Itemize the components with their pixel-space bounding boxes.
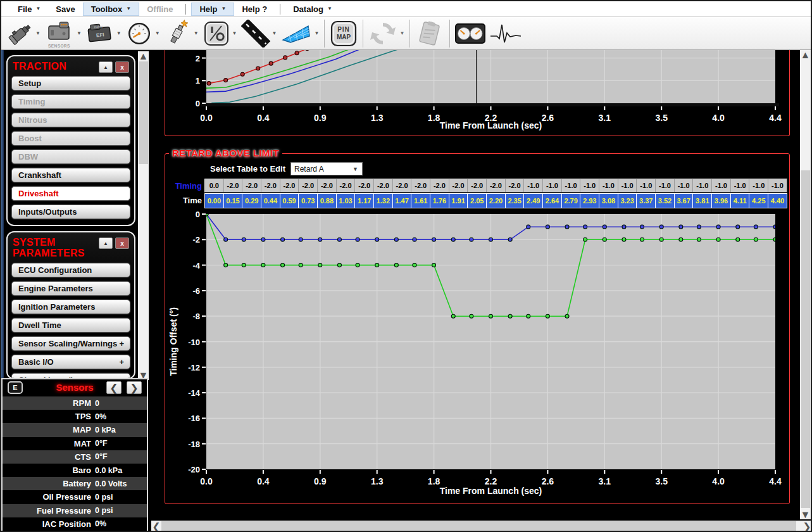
table-cell[interactable]: -2.0: [337, 179, 356, 192]
main-horizontal-scrollbar-thumb[interactable]: [161, 521, 796, 531]
gauge-cluster-toolbar-button[interactable]: [453, 19, 487, 48]
table-cell[interactable]: 0.44: [261, 194, 280, 208]
table-cell[interactable]: 0.73: [299, 194, 318, 208]
table-cell[interactable]: -2.0: [449, 179, 468, 192]
table-cell[interactable]: 1.91: [449, 194, 468, 208]
sensors-prev-button[interactable]: ❮: [106, 381, 122, 394]
main-scroll-right-icon[interactable]: ❯: [802, 521, 812, 532]
table-cell[interactable]: -2.0: [299, 179, 318, 192]
table-cell[interactable]: -2.0: [468, 179, 487, 192]
table-cell[interactable]: -2.0: [487, 179, 506, 192]
chevron-down-icon[interactable]: ▼: [155, 30, 160, 36]
table-cell[interactable]: 2.93: [580, 194, 599, 208]
table-cell[interactable]: -1.0: [749, 179, 768, 192]
sidebar-button-inputs-outputs[interactable]: Inputs/Outputs: [11, 205, 130, 219]
menu-item-help[interactable]: Help ?: [234, 3, 275, 16]
menu-item-file[interactable]: File▼: [10, 3, 48, 16]
chevron-down-icon[interactable]: ▼: [232, 30, 237, 36]
fuel-map-mesh-toolbar-button[interactable]: ▼: [278, 19, 321, 48]
table-cell[interactable]: -1.0: [524, 179, 543, 192]
table-cell[interactable]: 0.29: [242, 194, 261, 208]
chevron-down-icon[interactable]: ▼: [194, 30, 199, 36]
table-cell[interactable]: -1.0: [768, 179, 787, 192]
table-cell[interactable]: -2.0: [411, 179, 430, 192]
gauge-toolbar-button[interactable]: ▼: [123, 19, 162, 48]
traction-close-button[interactable]: x: [115, 61, 129, 73]
table-cell[interactable]: 1.47: [393, 194, 412, 208]
table-cell[interactable]: 4.25: [749, 194, 768, 208]
table-cell[interactable]: 3.52: [656, 194, 675, 208]
table-cell[interactable]: -2.0: [318, 179, 337, 192]
sensors-next-button[interactable]: ❯: [127, 381, 142, 394]
chevron-down-icon[interactable]: ▼: [116, 30, 122, 36]
table-cell[interactable]: 0.0: [205, 179, 224, 192]
chevron-down-icon[interactable]: ▼: [272, 30, 277, 36]
sidebar-button-basic-i-o[interactable]: Basic I/O+: [11, 355, 130, 369]
limit-chart[interactable]: 0120.00.40.91.31.82.22.63.13.54.04.4: [181, 50, 780, 125]
sidebar-scroll-up-icon[interactable]: ▲: [138, 51, 149, 61]
table-cell[interactable]: -2.0: [393, 179, 412, 192]
table-cell[interactable]: -2.0: [224, 179, 243, 192]
menu-item-help[interactable]: Help▼: [191, 3, 234, 16]
menu-item-datalog[interactable]: Datalog▼: [285, 3, 340, 16]
table-cell[interactable]: -1.0: [675, 179, 694, 192]
table-cell[interactable]: -1.0: [693, 179, 712, 192]
table-cell[interactable]: -1.0: [731, 179, 750, 192]
table-cell[interactable]: 2.49: [524, 194, 543, 208]
table-cell[interactable]: -1.0: [543, 179, 562, 192]
table-cell[interactable]: 0.15: [224, 194, 243, 208]
table-cell[interactable]: 3.96: [712, 194, 731, 208]
table-cell[interactable]: 2.64: [543, 194, 562, 208]
holley-efi-toolbar-button[interactable]: HolleyEFI▼: [84, 19, 123, 48]
table-cell[interactable]: 2.79: [562, 194, 581, 208]
table-cell[interactable]: 2.05: [468, 194, 487, 208]
table-cell[interactable]: 1.61: [411, 194, 430, 208]
table-select-dropdown[interactable]: Retard A ▼: [290, 162, 363, 175]
io-toolbar-button[interactable]: ▼: [201, 19, 239, 48]
system-collapse-button[interactable]: ▲: [99, 238, 113, 249]
main-horizontal-scrollbar[interactable]: ❮ ❯: [151, 521, 812, 532]
table-cell[interactable]: -1.0: [599, 179, 618, 192]
table-cell[interactable]: 1.03: [337, 194, 356, 208]
table-cell[interactable]: 1.17: [355, 194, 374, 208]
chevron-down-icon[interactable]: ▼: [77, 30, 82, 36]
table-cell[interactable]: 4.11: [731, 194, 750, 208]
waveform-toolbar-button[interactable]: [487, 19, 524, 48]
main-vertical-scrollbar-thumb[interactable]: [801, 170, 810, 508]
table-cell[interactable]: 0.88: [318, 194, 337, 208]
table-cell[interactable]: -2.0: [355, 179, 374, 192]
table-cell[interactable]: 4.40: [768, 194, 787, 208]
table-cell[interactable]: 2.20: [487, 194, 506, 208]
table-cell[interactable]: -1.0: [637, 179, 656, 192]
table-cell[interactable]: -1.0: [562, 179, 581, 192]
table-cell[interactable]: -2.0: [430, 179, 449, 192]
main-scroll-down-icon[interactable]: ▼: [800, 510, 811, 519]
table-cell[interactable]: -2.0: [374, 179, 393, 192]
sidebar-button-dwell-time[interactable]: Dwell Time: [11, 318, 130, 332]
menu-item-save[interactable]: Save: [48, 3, 82, 16]
sidebar-button-setup[interactable]: Setup: [11, 76, 130, 91]
sidebar-scrollbar[interactable]: ▲ ▼: [138, 51, 149, 380]
table-cell[interactable]: 2.35: [506, 194, 525, 208]
table-cell[interactable]: -2.0: [261, 179, 280, 192]
table-cell[interactable]: -2.0: [280, 179, 299, 192]
sidebar-button-crankshaft[interactable]: Crankshaft: [11, 168, 130, 182]
sidebar-scrollbar-thumb[interactable]: [139, 61, 148, 164]
table-cell[interactable]: -2.0: [242, 179, 261, 192]
table-cell[interactable]: -1.0: [656, 179, 675, 192]
retard-chart[interactable]: 0-2-4-6-8-10-12-14-16-18-200.00.40.91.31…: [181, 214, 780, 491]
main-vertical-scrollbar[interactable]: ▲ ▼: [800, 50, 811, 519]
table-cell[interactable]: 3.08: [599, 194, 618, 208]
table-cell[interactable]: 0.59: [280, 194, 299, 208]
table-cell[interactable]: 3.37: [637, 194, 656, 208]
chevron-down-icon[interactable]: ▼: [314, 30, 319, 36]
table-cell[interactable]: 1.76: [430, 194, 449, 208]
sensors-connector-toolbar-button[interactable]: SENSORS▼: [42, 19, 84, 48]
traction-collapse-button[interactable]: ▲: [99, 61, 113, 73]
main-scroll-left-icon[interactable]: ❮: [151, 521, 161, 532]
chevron-down-icon[interactable]: ▼: [399, 30, 404, 36]
sidebar-button-ignition-parameters[interactable]: Ignition Parameters: [11, 300, 130, 314]
table-cell[interactable]: -1.0: [712, 179, 731, 192]
table-cell[interactable]: 3.23: [618, 194, 637, 208]
table-cell[interactable]: 3.67: [675, 194, 694, 208]
